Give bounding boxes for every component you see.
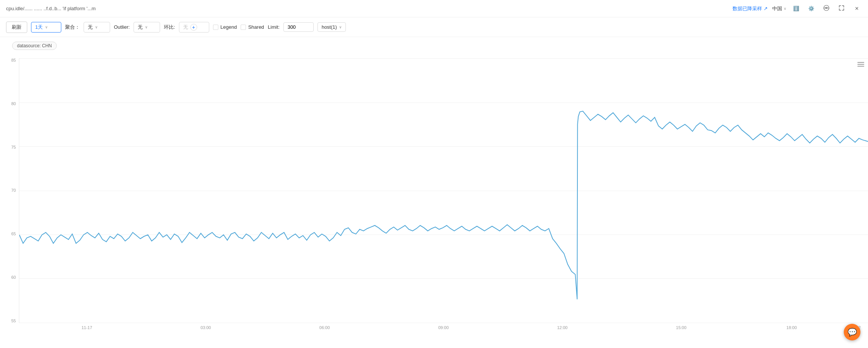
outlier-selector[interactable]: 无 ∨ <box>134 22 160 33</box>
region-label: 中国 <box>772 5 782 12</box>
toolbar: 刷新 1天 ∨ 聚合： 无 ∨ Outlier: 无 ∨ 环比: 无 + Leg… <box>0 17 868 37</box>
share-button[interactable] <box>821 3 832 14</box>
chat-button[interactable]: 💬 <box>844 324 860 340</box>
chevron-down-icon: ∨ <box>339 25 342 29</box>
legend-label: Legend <box>221 24 237 30</box>
data-sampled-link[interactable]: 数据已降采样 ↗ <box>733 5 768 12</box>
y-label-55: 55 <box>11 319 16 323</box>
refresh-button[interactable]: 刷新 <box>6 22 27 33</box>
chart-title: cpu.idle/...... ...... ..f.d..b... 'if p… <box>6 6 96 11</box>
close-icon: ✕ <box>855 6 859 11</box>
datasource-row: datasource: CHN <box>0 37 868 54</box>
chart-menu-icon[interactable] <box>857 62 864 67</box>
external-link-icon: ↗ <box>764 6 768 11</box>
time-range-selector[interactable]: 1天 ∨ <box>31 22 61 33</box>
settings-button[interactable]: ⚙️ <box>806 3 817 14</box>
shared-label: Shared <box>248 24 264 30</box>
svg-rect-2 <box>19 58 868 323</box>
x-label-0300: 03:00 <box>201 325 211 330</box>
y-label-70: 70 <box>11 188 16 193</box>
chat-icon: 💬 <box>848 328 857 337</box>
x-label-0900: 09:00 <box>438 325 449 330</box>
x-label-1800: 18:00 <box>786 325 797 330</box>
y-axis: 85 80 75 70 65 60 55 <box>0 58 19 323</box>
y-label-75: 75 <box>11 145 16 149</box>
chevron-down-icon: ∨ <box>784 6 786 11</box>
x-label-1200: 12:00 <box>557 325 568 330</box>
aggregate-selector[interactable]: 无 ∨ <box>84 22 110 33</box>
gear-icon: ⚙️ <box>808 6 814 11</box>
compare-input[interactable]: 无 + <box>179 22 209 33</box>
aggregate-label: 聚合： <box>65 24 80 31</box>
outlier-value: 无 <box>138 24 143 31</box>
expand-button[interactable] <box>836 3 847 14</box>
time-range-label: 1天 <box>35 24 43 31</box>
chevron-down-icon: ∨ <box>95 25 98 29</box>
top-bar: cpu.idle/...... ...... ..f.d..b... 'if p… <box>0 0 868 17</box>
legend-checkbox-wrap[interactable]: Legend <box>213 24 237 30</box>
chart-inner <box>19 58 868 323</box>
y-label-85: 85 <box>11 58 16 62</box>
legend-checkbox[interactable] <box>213 25 218 30</box>
limit-label: Limit: <box>268 24 280 30</box>
y-label-65: 65 <box>11 232 16 236</box>
x-axis: 11-17 03:00 06:00 09:00 12:00 15:00 18:0… <box>19 323 868 338</box>
chart-area: 85 80 75 70 65 60 55 <box>0 54 868 338</box>
outlier-label: Outlier: <box>114 24 130 30</box>
limit-input[interactable] <box>283 22 314 32</box>
hamburger-line-1 <box>857 62 864 63</box>
x-label-0600: 06:00 <box>319 325 330 330</box>
expand-icon <box>838 5 845 12</box>
share-icon <box>823 5 829 12</box>
title-text: cpu.idle/...... ...... ..f.d..b... 'if p… <box>6 6 96 11</box>
compare-value: 无 <box>183 24 188 31</box>
chart-line <box>19 58 868 323</box>
top-bar-actions: 数据已降采样 ↗ 中国 ∨ ℹ️ ⚙️ <box>733 3 862 14</box>
host-label: host(1) <box>322 24 337 30</box>
compare-label: 环比: <box>164 24 175 31</box>
plus-icon[interactable]: + <box>190 24 197 31</box>
chevron-down-icon: ∨ <box>45 25 48 29</box>
info-icon: ℹ️ <box>793 6 799 11</box>
data-sampled-label: 数据已降采样 <box>733 5 762 12</box>
y-label-60: 60 <box>11 275 16 280</box>
datasource-tag[interactable]: datasource: CHN <box>12 42 57 50</box>
shared-checkbox-wrap[interactable]: Shared <box>241 24 264 30</box>
chevron-down-icon: ∨ <box>145 25 148 29</box>
region-selector[interactable]: 中国 ∨ <box>772 5 786 12</box>
x-label-1117: 11-17 <box>81 325 92 330</box>
hamburger-line-2 <box>857 64 864 65</box>
shared-checkbox[interactable] <box>241 25 246 30</box>
close-button[interactable]: ✕ <box>851 3 862 14</box>
host-selector[interactable]: host(1) ∨ <box>317 22 346 32</box>
y-label-80: 80 <box>11 102 16 106</box>
hamburger-line-3 <box>857 66 864 67</box>
aggregate-value: 无 <box>88 24 93 31</box>
info-button[interactable]: ℹ️ <box>791 3 801 14</box>
x-label-1500: 15:00 <box>676 325 687 330</box>
